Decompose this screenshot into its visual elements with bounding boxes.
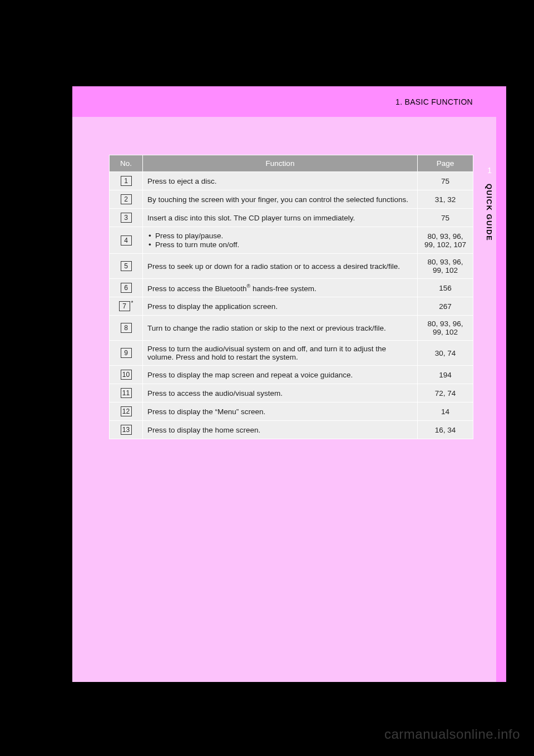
table-row: 12Press to display the “Menu” screen.14 bbox=[110, 402, 473, 421]
cell-no: 11 bbox=[110, 384, 143, 402]
table-row: 13Press to display the home screen.16, 3… bbox=[110, 421, 473, 439]
table-row: 6Press to access the Bluetooth® hands-fr… bbox=[110, 279, 473, 297]
cell-page: 14 bbox=[418, 402, 473, 421]
breadcrumb: 1. BASIC FUNCTION bbox=[395, 97, 473, 106]
cell-no: 12 bbox=[110, 402, 143, 421]
cell-page: 156 bbox=[418, 279, 473, 297]
cell-function: By touching the screen with your finger,… bbox=[143, 190, 418, 209]
cell-function: Press to display the “Menu” screen. bbox=[143, 402, 418, 421]
number-box-icon: 8 bbox=[121, 323, 132, 333]
chapter-number: 1 bbox=[487, 166, 492, 175]
cell-page: 194 bbox=[418, 366, 473, 384]
cell-function: Press to display the application screen. bbox=[143, 297, 418, 316]
number-box-icon: 2 bbox=[121, 194, 132, 204]
table-row: 7*Press to display the application scree… bbox=[110, 297, 473, 316]
cell-function: Press to eject a disc. bbox=[143, 172, 418, 190]
watermark: carmanualsonline.info bbox=[384, 726, 520, 742]
page-outer: 1. BASIC FUNCTION 1 QUICK GUIDE No. Func… bbox=[72, 86, 506, 682]
cell-no: 3 bbox=[110, 209, 143, 227]
cell-page: 30, 74 bbox=[418, 341, 473, 366]
table-row: 11Press to access the audio/visual syste… bbox=[110, 384, 473, 402]
cell-page: 72, 74 bbox=[418, 384, 473, 402]
table-row: 9Press to turn the audio/visual system o… bbox=[110, 341, 473, 366]
cell-page: 16, 34 bbox=[418, 421, 473, 439]
cell-function: Press to turn the audio/visual system on… bbox=[143, 341, 418, 366]
bullet-list: Press to play/pause.Press to turn mute o… bbox=[147, 232, 413, 249]
col-header-function: Function bbox=[143, 155, 418, 172]
cell-no: 1 bbox=[110, 172, 143, 190]
table-row: 10Press to display the map screen and re… bbox=[110, 366, 473, 384]
cell-no: 8 bbox=[110, 316, 143, 341]
number-box-icon: 10 bbox=[121, 370, 132, 380]
number-box-icon: 9 bbox=[121, 348, 132, 358]
number-box-icon: 5 bbox=[121, 261, 132, 271]
cell-no: 13 bbox=[110, 421, 143, 439]
table-header-row: No. Function Page bbox=[110, 155, 473, 172]
table-row: 1Press to eject a disc.75 bbox=[110, 172, 473, 190]
cell-page: 31, 32 bbox=[418, 190, 473, 209]
cell-function: Turn to change the radio station or skip… bbox=[143, 316, 418, 341]
bullet-item: Press to turn mute on/off. bbox=[155, 240, 413, 249]
col-header-page: Page bbox=[418, 155, 473, 172]
cell-page: 80, 93, 96, 99, 102 bbox=[418, 316, 473, 341]
cell-function: Press to play/pause.Press to turn mute o… bbox=[143, 227, 418, 254]
page-inner: 1 QUICK GUIDE No. Function Page 1Press t… bbox=[72, 117, 496, 682]
section-side-label: QUICK GUIDE bbox=[485, 184, 493, 241]
number-box-icon: 3 bbox=[121, 213, 132, 223]
cell-page: 267 bbox=[418, 297, 473, 316]
cell-page: 75 bbox=[418, 172, 473, 190]
cell-function: Insert a disc into this slot. The CD pla… bbox=[143, 209, 418, 227]
cell-function: Press to display the map screen and repe… bbox=[143, 366, 418, 384]
footnote-star: * bbox=[131, 300, 134, 306]
cell-function: Press to access the audio/visual system. bbox=[143, 384, 418, 402]
cell-page: 75 bbox=[418, 209, 473, 227]
cell-function: Press to seek up or down for a radio sta… bbox=[143, 254, 418, 279]
cell-no: 9 bbox=[110, 341, 143, 366]
number-box-icon: 7 bbox=[119, 301, 130, 311]
cell-no: 7* bbox=[110, 297, 143, 316]
number-box-icon: 12 bbox=[121, 406, 132, 416]
cell-function: Press to access the Bluetooth® hands-fre… bbox=[143, 279, 418, 297]
cell-page: 80, 93, 96, 99, 102 bbox=[418, 254, 473, 279]
cell-no: 4 bbox=[110, 227, 143, 254]
cell-no: 10 bbox=[110, 366, 143, 384]
cell-page: 80, 93, 96, 99, 102, 107 bbox=[418, 227, 473, 254]
cell-no: 2 bbox=[110, 190, 143, 209]
number-box-icon: 4 bbox=[121, 235, 132, 246]
table-row: 2By touching the screen with your finger… bbox=[110, 190, 473, 209]
number-box-icon: 13 bbox=[121, 425, 132, 435]
number-box-icon: 11 bbox=[121, 388, 132, 398]
table-row: 5Press to seek up or down for a radio st… bbox=[110, 254, 473, 279]
cell-function: Press to display the home screen. bbox=[143, 421, 418, 439]
cell-no: 6 bbox=[110, 279, 143, 297]
cell-no: 5 bbox=[110, 254, 143, 279]
number-box-icon: 6 bbox=[121, 283, 132, 293]
col-header-no: No. bbox=[110, 155, 143, 172]
bullet-item: Press to play/pause. bbox=[155, 232, 413, 240]
table-row: 4Press to play/pause.Press to turn mute … bbox=[110, 227, 473, 254]
table-row: 3Insert a disc into this slot. The CD pl… bbox=[110, 209, 473, 227]
number-box-icon: 1 bbox=[121, 176, 132, 186]
functions-table: No. Function Page 1Press to eject a disc… bbox=[109, 155, 473, 439]
table-row: 8Turn to change the radio station or ski… bbox=[110, 316, 473, 341]
